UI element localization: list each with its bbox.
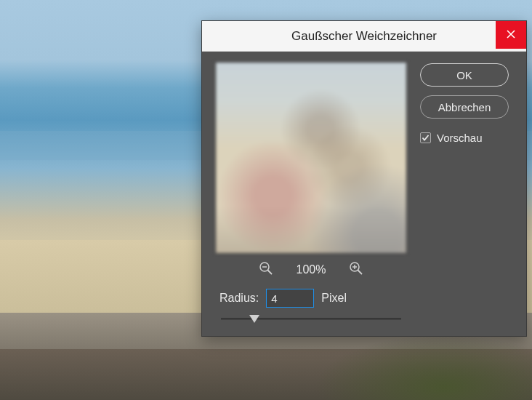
preview-checkbox-label: Vorschau bbox=[437, 132, 483, 144]
zoom-in-icon bbox=[349, 261, 363, 279]
svg-line-1 bbox=[267, 271, 272, 275]
gaussian-blur-dialog: Gaußscher Weichzeichner 100% bbox=[201, 20, 527, 337]
zoom-in-button[interactable] bbox=[347, 261, 365, 279]
radius-input[interactable] bbox=[266, 289, 314, 308]
bg-greenery bbox=[314, 335, 532, 400]
zoom-level-label: 100% bbox=[297, 263, 326, 276]
preview-checkbox-row: Vorschau bbox=[420, 132, 509, 144]
preview-area[interactable] bbox=[215, 62, 407, 254]
dialog-right-column: OK Abbrechen Vorschau bbox=[420, 62, 509, 144]
check-icon bbox=[422, 132, 430, 144]
dialog-left-column: 100% Radius: Pixel bbox=[215, 62, 407, 324]
ok-button[interactable]: OK bbox=[420, 63, 509, 87]
zoom-controls: 100% bbox=[215, 261, 407, 279]
cancel-button[interactable]: Abbrechen bbox=[420, 95, 509, 119]
dialog-titlebar[interactable]: Gaußscher Weichzeichner bbox=[202, 21, 526, 52]
dialog-body: 100% Radius: Pixel OK bbox=[202, 52, 526, 336]
dialog-title: Gaußscher Weichzeichner bbox=[291, 29, 437, 44]
cancel-button-label: Abbrechen bbox=[438, 101, 491, 113]
radius-slider[interactable] bbox=[215, 318, 407, 320]
zoom-out-icon bbox=[259, 261, 273, 279]
blur-preview bbox=[215, 62, 407, 254]
radius-label: Radius: bbox=[219, 292, 259, 305]
slider-track bbox=[221, 318, 401, 320]
close-icon bbox=[507, 29, 515, 41]
svg-line-4 bbox=[358, 271, 363, 275]
radius-unit: Pixel bbox=[321, 292, 347, 305]
preview-checkbox[interactable] bbox=[420, 132, 431, 143]
ok-button-label: OK bbox=[456, 69, 472, 81]
radius-row: Radius: Pixel bbox=[215, 289, 407, 308]
slider-thumb[interactable] bbox=[249, 315, 259, 323]
close-button[interactable] bbox=[496, 21, 526, 49]
zoom-out-button[interactable] bbox=[257, 261, 275, 279]
